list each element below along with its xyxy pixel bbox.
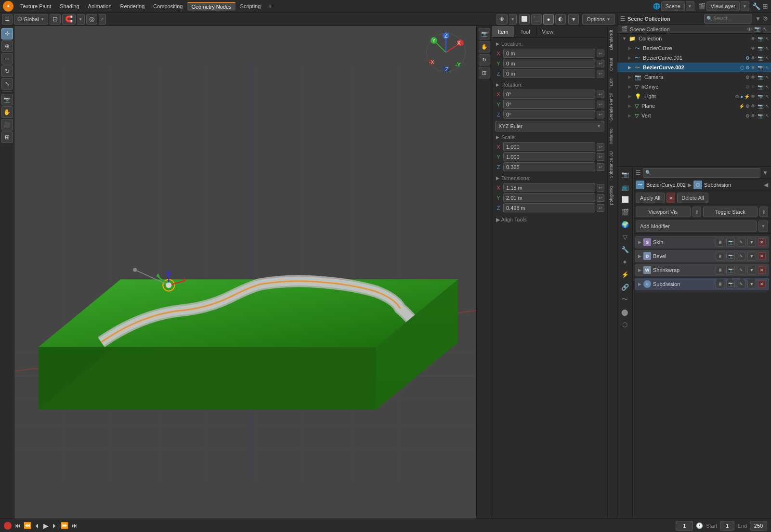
tree-item-beziercurve002[interactable]: ▶ 〜 BezierCurve.002 ⬡ ⚙ 👁 📷 ↖ — [617, 63, 771, 72]
add-modifier-dropdown[interactable]: ▼ — [758, 221, 768, 232]
annotation-btn[interactable]: ⊞ — [1, 131, 13, 143]
mod-name-skin[interactable]: Skin — [653, 239, 714, 245]
vert-select[interactable]: ↖ — [765, 113, 769, 118]
prop-icon-object[interactable]: ▽ — [619, 231, 631, 243]
mod-sw-render[interactable]: 📷 — [726, 266, 735, 274]
align-tools-section[interactable]: ▶ Align Tools — [492, 215, 607, 225]
3d-viewport[interactable]: X Y Z -X — [14, 26, 492, 519]
tab-tool[interactable]: Tool — [514, 26, 536, 37]
mod-expand-bevel[interactable]: ▶ — [638, 254, 641, 259]
tab-item[interactable]: Item — [492, 26, 514, 37]
prop-icon-viewlayer[interactable]: ⬜ — [619, 194, 631, 205]
scale-y-field[interactable]: 1.000 — [503, 152, 595, 161]
view-layer-name[interactable]: ViewLayer — [706, 1, 740, 11]
modifier-object-name[interactable]: BezierCurve.002 — [646, 182, 686, 188]
navigation-gizmo[interactable]: X Y Z -X — [424, 31, 468, 74]
sidebar-tab-edit[interactable]: Edit — [608, 75, 617, 90]
scale-section-header[interactable]: ▶ Scale: — [492, 133, 607, 142]
hom-select[interactable]: ↖ — [765, 84, 769, 90]
bc-select[interactable]: ↖ — [765, 46, 769, 51]
dim-x-field[interactable]: 1.15 m — [503, 183, 595, 192]
rot-z-copy[interactable]: ↩ — [597, 111, 604, 118]
tree-item-camera[interactable]: ▶ 📷 Camera ⚙ 👁 📷 ↖ — [617, 72, 771, 82]
tab-view[interactable]: View — [536, 26, 560, 37]
scene-eye-icon[interactable]: 👁 — [747, 26, 752, 32]
prop-icon-data[interactable]: 〜 — [619, 294, 631, 305]
bc-render[interactable]: 📷 — [758, 46, 763, 51]
rot-z-field[interactable]: 0° — [503, 110, 595, 119]
prop-icon-scene[interactable]: 🎬 — [619, 206, 631, 218]
apply-all-btn[interactable]: Apply All — [636, 193, 665, 203]
prop-icon-particles[interactable]: ✦ — [619, 256, 631, 268]
snap-btn[interactable]: 🧲 — [62, 14, 76, 25]
prop-icon-render[interactable]: 📷 — [619, 169, 631, 180]
play-prev-key-btn[interactable]: ⏪ — [24, 522, 31, 529]
scale-x-field[interactable]: 1.000 — [503, 142, 595, 151]
shading-rendered[interactable]: ◐ — [555, 14, 566, 25]
cursor-tool-btn[interactable]: ⊕ — [1, 40, 13, 52]
viewport-menu-icon[interactable]: ☰ — [2, 14, 13, 25]
vert-render[interactable]: 📷 — [758, 113, 763, 118]
loc-x-copy[interactable]: ↩ — [597, 50, 604, 57]
mod-sw-delete[interactable]: ✕ — [758, 266, 766, 274]
prop-icon-modifier[interactable]: 🔧 — [619, 244, 631, 255]
shading-wireframe[interactable]: ⬜ — [519, 14, 530, 25]
tree-item-plane[interactable]: ▶ ▽ Plane ⚡ ⚙ 👁 📷 ↖ — [617, 101, 771, 111]
camera-view-btn[interactable]: 📷 — [1, 94, 13, 105]
rot-y-field[interactable]: 0° — [503, 100, 595, 109]
play-btn[interactable]: ▶ — [43, 522, 49, 530]
play-prev-btn[interactable]: ⏴ — [34, 522, 40, 529]
plane-select[interactable]: ↖ — [765, 104, 769, 109]
scene-dropdown[interactable]: ▼ — [686, 1, 694, 11]
play-first-btn[interactable]: ⏮ — [14, 522, 21, 529]
mod-expand-subdivision[interactable]: ▶ — [638, 282, 641, 286]
dim-y-copy[interactable]: ↩ — [597, 194, 604, 202]
mod-sub-render[interactable]: 📷 — [726, 280, 735, 288]
bc001-eye[interactable]: 👁 — [751, 55, 756, 61]
play-last-btn[interactable]: ⏭ — [71, 522, 78, 529]
blender-logo[interactable]: ✦ — [3, 1, 13, 12]
play-next-btn[interactable]: ⏵ — [52, 522, 58, 529]
plane-eye[interactable]: 👁 — [751, 104, 756, 109]
prop-icon-output[interactable]: 📺 — [619, 181, 631, 193]
record-btn[interactable] — [4, 522, 12, 530]
delete-all-btn[interactable]: Delete All — [677, 193, 708, 203]
menu-add-workspace[interactable]: + — [265, 1, 275, 11]
loc-y-copy[interactable]: ↩ — [597, 60, 604, 67]
vert-eye[interactable]: 👁 — [751, 113, 756, 118]
prop-icon-world[interactable]: 🌍 — [619, 219, 631, 230]
top-right-icon1[interactable]: 🔧 — [752, 2, 760, 10]
tree-item-beziercurve001[interactable]: ▶ 〜 BezierCurve.001 ⚙ 👁 📷 ↖ — [617, 53, 771, 63]
snap-dropdown[interactable]: ▼ — [77, 14, 85, 25]
shading-solid[interactable]: ⬛ — [531, 14, 542, 25]
dim-z-field[interactable]: 0.498 m — [503, 203, 595, 212]
close-apply-btn[interactable]: ✕ — [666, 193, 675, 203]
rotation-mode-dropdown[interactable]: XYZ Euler ▼ — [495, 121, 604, 131]
modifier-menu-icon[interactable]: ☰ — [636, 169, 641, 176]
bc001-render[interactable]: 📷 — [758, 55, 763, 61]
start-frame[interactable]: 1 — [720, 521, 734, 531]
prop-icon-constraints[interactable]: 🔗 — [619, 281, 631, 293]
scale-tool-btn[interactable]: ⤡ — [1, 78, 13, 90]
mod-expand-shrinkwrap[interactable]: ▶ — [638, 268, 641, 272]
menu-item-animation[interactable]: Animation — [84, 2, 116, 10]
mod-name-bevel[interactable]: Bevel — [653, 253, 714, 259]
transform-pivot-btn[interactable]: ⊡ — [50, 14, 61, 25]
loc-z-field[interactable]: 0 m — [503, 69, 595, 78]
col-select[interactable]: ↖ — [765, 36, 769, 41]
shading-material[interactable]: ● — [543, 14, 554, 25]
mod-sw-more[interactable]: ▼ — [747, 266, 756, 274]
modifier-settings-btn[interactable]: ▼ — [762, 169, 768, 176]
sidebar-tab-blenderkit[interactable]: BlenderKit — [608, 26, 617, 54]
dim-x-copy[interactable]: ↩ — [597, 184, 604, 192]
scene-name[interactable]: Scene — [661, 1, 685, 11]
tree-item-homye[interactable]: ▶ ▽ hOmye ⚙ 👁 📷 ↖ — [617, 82, 771, 91]
tree-item-beziercurve[interactable]: ▶ 〜 BezierCurve 👁 📷 ↖ — [617, 43, 771, 53]
modifier-header-search[interactable]: 🔍 — [643, 168, 760, 178]
play-next-key-btn[interactable]: ⏩ — [61, 522, 68, 529]
prop-icon-physics[interactable]: ⚡ — [619, 269, 631, 280]
mod-sw-realtime[interactable]: 🖥 — [716, 266, 724, 274]
viewport-gizmo-toggle[interactable]: 👁 — [497, 14, 508, 25]
rotate-tool-btn[interactable]: ↻ — [1, 65, 13, 77]
cam-render[interactable]: 📷 — [758, 75, 763, 80]
